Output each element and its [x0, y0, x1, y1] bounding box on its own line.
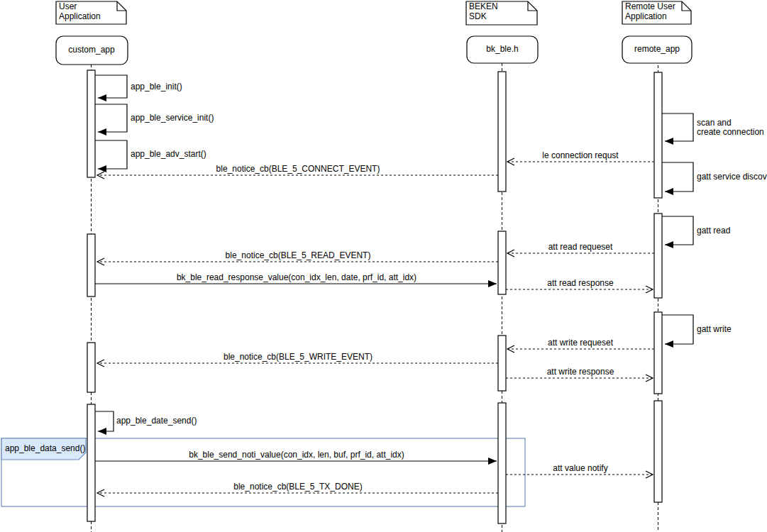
label-gatt-write: gatt write: [697, 325, 732, 334]
activation-custom-send: [87, 404, 95, 521]
activation-remote-connect: [654, 72, 662, 198]
self-loop-app-ble-date-send: [95, 411, 114, 431]
activation-remote-write: [654, 312, 662, 394]
label-att-read-response: att read response: [547, 279, 613, 288]
note-text-user-application: User Application: [59, 2, 101, 21]
note-line: User: [59, 2, 101, 12]
self-loop-gatt-write: [662, 315, 693, 344]
note-line: Remote User: [625, 2, 675, 12]
self-loop-scan-create-connection: [662, 113, 693, 141]
note-text-remote-user-application: Remote User Application: [625, 2, 675, 21]
ble-sequence-diagram: User Application BEKEN SDK Remote User A…: [0, 0, 767, 532]
object-label-custom-app: custom_app: [68, 45, 114, 55]
activation-custom-init: [87, 70, 95, 177]
note-line: BEKEN: [469, 2, 498, 12]
label-write-event: ble_notice_cb(BLE_5_WRITE_EVENT): [224, 353, 373, 362]
activation-bk-send: [498, 403, 506, 523]
activation-remote-read: [654, 214, 662, 298]
label-gatt-service-discover: gatt service discover: [697, 172, 767, 182]
label-att-value-notify: att value notify: [553, 464, 607, 473]
label-att-read-request: att read requeset: [548, 243, 613, 252]
activation-bk-connect: [498, 72, 506, 192]
label-connect-event: ble_notice_cb(BLE_5_CONNECT_EVENT): [216, 165, 380, 174]
label-frame-app-ble-data-send: app_ble_data_send(): [5, 444, 85, 453]
note-line: Application: [625, 12, 675, 22]
label-line: create connection: [697, 128, 764, 137]
label-app-ble-service-init: app_ble_service_init(): [131, 113, 214, 123]
label-app-ble-init: app_ble_init(): [131, 82, 182, 92]
note-line: Application: [59, 12, 101, 22]
label-app-ble-adv-start: app_ble_adv_start(): [131, 150, 206, 159]
activation-custom-read: [87, 234, 95, 297]
activation-custom-write: [87, 343, 95, 392]
label-send-noti-call: bk_ble_send_noti_value(con_idx, len, buf…: [189, 450, 404, 460]
object-label-bk-ble: bk_ble.h: [486, 45, 518, 54]
self-loop-gatt-read: [662, 216, 693, 245]
self-loop-app-ble-service-init: [95, 104, 127, 132]
self-loop-gatt-service-discover: [662, 162, 693, 192]
label-read-response-call: bk_ble_read_response_value(con_idx_len, …: [177, 273, 416, 282]
label-tx-done: ble_notice_cb(BLE_5_TX_DONE): [233, 482, 362, 492]
label-att-write-response: att write response: [547, 367, 614, 377]
label-scan-create-connection: scan and create connection: [697, 118, 764, 137]
note-text-beken-sdk: BEKEN SDK: [469, 2, 498, 21]
label-le-connection-request: le connection requst: [542, 151, 618, 160]
activation-remote-notify: [654, 401, 662, 502]
label-att-write-request: att write requeset: [548, 338, 613, 348]
label-read-event: ble_notice_cb(BLE_5_READ_EVENT): [226, 251, 371, 260]
self-loop-app-ble-adv-start: [95, 140, 127, 169]
object-label-remote-app: remote_app: [634, 45, 680, 54]
activation-bk-read: [498, 231, 506, 294]
label-gatt-read: gatt read: [697, 226, 730, 235]
self-loop-app-ble-init: [95, 75, 127, 98]
activation-bk-write: [498, 336, 506, 391]
label-app-ble-date-send: app_ble_date_send(): [116, 416, 197, 426]
note-line: SDK: [469, 12, 498, 22]
